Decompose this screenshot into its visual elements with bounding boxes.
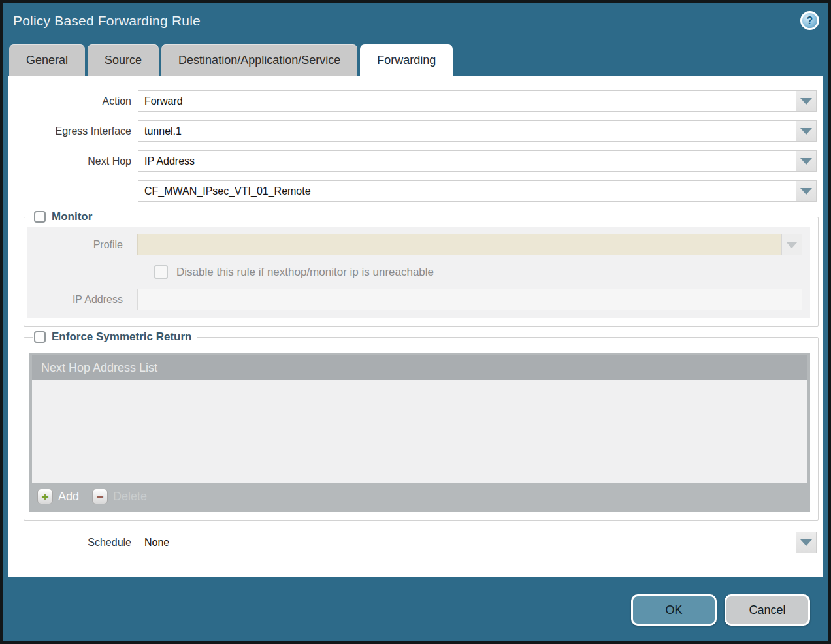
- monitor-profile-dropdown-button: [781, 234, 802, 255]
- chevron-down-icon: [800, 188, 812, 195]
- next-hop-type-select[interactable]: IP Address: [138, 150, 817, 172]
- dialog-title: Policy Based Forwarding Rule: [13, 13, 201, 29]
- tab-forwarding[interactable]: Forwarding: [360, 44, 453, 76]
- next-hop-address-list-header-label: Next Hop Address List: [41, 361, 157, 375]
- minus-icon: −: [92, 489, 108, 504]
- next-hop-row: Next Hop IP Address: [8, 150, 823, 172]
- next-hop-address-select[interactable]: CF_MWAN_IPsec_VTI_01_Remote: [138, 180, 817, 202]
- delete-button[interactable]: − Delete: [92, 489, 147, 504]
- egress-interface-label: Egress Interface: [8, 125, 138, 137]
- action-dropdown-button[interactable]: [796, 90, 817, 112]
- next-hop-dropdown-button[interactable]: [796, 150, 817, 172]
- disable-rule-label: Disable this rule if nexthop/monitor ip …: [176, 266, 434, 279]
- chevron-down-icon: [786, 242, 798, 248]
- schedule-row: Schedule None: [8, 532, 823, 553]
- monitor-ip-label: IP Address: [27, 294, 137, 306]
- action-label: Action: [8, 95, 138, 107]
- monitor-profile-value: [137, 234, 781, 255]
- add-button-label: Add: [58, 490, 79, 504]
- enforce-symmetric-return-checkbox[interactable]: [34, 331, 46, 343]
- egress-interface-value[interactable]: tunnel.1: [138, 120, 796, 142]
- monitor-section: Monitor Profile Disable this rule if nex…: [24, 210, 819, 327]
- cancel-button-label: Cancel: [749, 604, 785, 617]
- monitor-section-label: Monitor: [52, 210, 92, 223]
- tab-source[interactable]: Source: [88, 44, 159, 76]
- monitor-profile-label: Profile: [27, 239, 137, 251]
- ok-button[interactable]: OK: [631, 594, 717, 626]
- tab-source-label: Source: [105, 54, 142, 67]
- cancel-button[interactable]: Cancel: [725, 594, 810, 626]
- add-button[interactable]: + Add: [37, 489, 79, 504]
- next-hop-address-dropdown-button[interactable]: [796, 180, 817, 202]
- forwarding-tab-panel: Action Forward Egress Interface tunnel.1…: [8, 76, 823, 577]
- tab-destination-application-service[interactable]: Destination/Application/Service: [161, 44, 357, 76]
- chevron-down-icon: [800, 158, 812, 165]
- action-value[interactable]: Forward: [138, 90, 796, 112]
- tab-bar: General Source Destination/Application/S…: [9, 44, 822, 76]
- monitor-checkbox[interactable]: [34, 211, 46, 223]
- ok-button-label: OK: [665, 604, 682, 617]
- chevron-down-icon: [800, 539, 812, 546]
- tab-forwarding-label: Forwarding: [377, 54, 436, 67]
- chevron-down-icon: [800, 128, 812, 135]
- egress-interface-dropdown-button[interactable]: [796, 120, 817, 142]
- monitor-legend: Monitor: [33, 210, 97, 223]
- schedule-label: Schedule: [8, 537, 138, 549]
- next-hop-label: Next Hop: [8, 155, 138, 167]
- next-hop-type-value[interactable]: IP Address: [138, 150, 796, 172]
- tab-general-label: General: [26, 54, 68, 67]
- monitor-ip-value: [137, 289, 802, 310]
- monitor-profile-row: Profile: [27, 234, 802, 255]
- monitor-ip-field-wrap: [137, 289, 802, 310]
- help-icon-glyph: ?: [807, 15, 813, 27]
- monitor-disabled-panel: Profile Disable this rule if nexthop/mon…: [27, 227, 810, 318]
- enforce-symmetric-return-legend: Enforce Symmetric Return: [33, 330, 197, 344]
- next-hop-address-list-toolbar: + Add − Delete: [32, 483, 807, 509]
- tab-general[interactable]: General: [9, 44, 85, 76]
- plus-icon: +: [37, 489, 53, 504]
- next-hop-address-row: CF_MWAN_IPsec_VTI_01_Remote: [8, 180, 823, 202]
- pbf-rule-dialog: Policy Based Forwarding Rule ? General S…: [0, 0, 831, 644]
- enforce-symmetric-return-label: Enforce Symmetric Return: [52, 330, 191, 344]
- monitor-ip-row: IP Address: [27, 289, 802, 310]
- disable-rule-row: Disable this rule if nexthop/monitor ip …: [154, 265, 802, 279]
- next-hop-address-table: Next Hop Address List + Add − Delete: [29, 353, 810, 512]
- egress-interface-select[interactable]: tunnel.1: [138, 120, 817, 142]
- action-row: Action Forward: [8, 90, 823, 112]
- next-hop-address-list-header: Next Hop Address List: [32, 355, 807, 380]
- schedule-select[interactable]: None: [138, 532, 817, 553]
- monitor-profile-select: [137, 234, 802, 255]
- disable-rule-checkbox: [154, 265, 168, 279]
- tab-destination-label: Destination/Application/Service: [178, 54, 340, 67]
- egress-interface-row: Egress Interface tunnel.1: [8, 120, 823, 142]
- next-hop-address-value[interactable]: CF_MWAN_IPsec_VTI_01_Remote: [138, 180, 796, 202]
- action-select[interactable]: Forward: [138, 90, 817, 112]
- chevron-down-icon: [800, 98, 812, 105]
- delete-button-label: Delete: [113, 490, 147, 504]
- enforce-symmetric-return-section: Enforce Symmetric Return Next Hop Addres…: [24, 330, 819, 521]
- schedule-value[interactable]: None: [138, 532, 796, 553]
- next-hop-address-list-body[interactable]: [32, 380, 807, 483]
- help-icon[interactable]: ?: [800, 11, 819, 30]
- schedule-dropdown-button[interactable]: [796, 532, 817, 553]
